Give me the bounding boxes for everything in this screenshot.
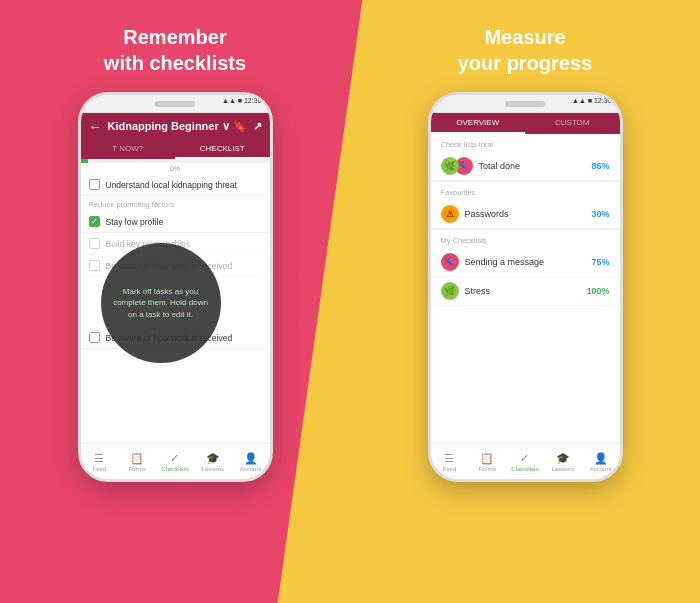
phone-notch-bar-right <box>505 101 545 107</box>
tooltip-text: Mark off tasks as you complete them. Hol… <box>101 274 221 332</box>
nav-feed-label-right: Feed <box>443 466 457 472</box>
nav-account-right[interactable]: 👤 Account <box>582 444 620 479</box>
checklists-icon: ✓ <box>170 452 179 465</box>
checkbox-5[interactable] <box>89 332 100 343</box>
nav-forms-label-right: Forms <box>479 466 496 472</box>
phone-notch-bar <box>155 101 195 107</box>
header-icons: 🔖 ↗ <box>233 120 262 133</box>
nav-forms-right[interactable]: 📋 Forms <box>468 444 506 479</box>
phone-bottom-nav-left: ☰ Feed 📋 Forms ✓ Checklists 🎓 Lessons 👤 … <box>81 443 270 479</box>
tooltip-overlay: Mark off tasks as you complete them. Hol… <box>101 243 221 363</box>
phone-tabs-left: T NOW? CHECKLIST <box>81 140 270 159</box>
nav-account-left[interactable]: 👤 Account <box>232 444 270 479</box>
circle-red-2: 🌂 <box>441 253 459 271</box>
nav-feed-left[interactable]: ☰ Feed <box>81 444 119 479</box>
tab-checklist[interactable]: CHECKLIST <box>175 140 270 159</box>
phone-notch-left: ▲▲ ■ 12:30 <box>81 95 270 113</box>
nav-checklists-left[interactable]: ✓ Checklists <box>156 444 194 479</box>
checklist-item-2[interactable]: ✓ Stay low profile <box>81 211 270 233</box>
feed-icon: ☰ <box>94 452 104 465</box>
nav-lessons-label: Lessons <box>202 466 224 472</box>
nav-lessons-label-right: Lessons <box>552 466 574 472</box>
checklist-label-2: Stay low profile <box>106 217 164 227</box>
nav-account-label: Account <box>240 466 262 472</box>
circle-green-1: 🌿 <box>441 157 459 175</box>
section-label-1: Reduce promoting factors <box>81 196 270 211</box>
phone-header-left: ← Kidnapping Beginner ∨ 🔖 ↗ <box>81 113 270 140</box>
message-icons: 🌂 <box>441 253 459 271</box>
right-phone: ▲▲ ■ 12:30 OVERVIEW CUSTOM Check lists t… <box>428 92 623 482</box>
progress-label: 0% <box>81 163 270 174</box>
message-label: Sending a message <box>465 257 586 267</box>
checkbox-3[interactable] <box>89 238 100 249</box>
feed-icon-right: ☰ <box>444 452 454 465</box>
circle-orange-1: ⚠ <box>441 205 459 223</box>
section-title-total: Check lists total <box>431 134 620 152</box>
passwords-pct: 30% <box>591 209 609 219</box>
progress-item-message[interactable]: 🌂 Sending a message 75% <box>431 248 620 277</box>
stress-icons: 🌿 <box>441 282 459 300</box>
total-pct: 86% <box>591 161 609 171</box>
nav-checklists-right[interactable]: ✓ Checklists <box>506 444 544 479</box>
phone-progress-content: Check lists total 🌿 🌂 Total done 86% Fav… <box>431 134 620 443</box>
tab-overview[interactable]: OVERVIEW <box>431 113 526 134</box>
passwords-icons: ⚠ <box>441 205 459 223</box>
phone-tabs-right: OVERVIEW CUSTOM <box>431 113 620 134</box>
nav-lessons-right[interactable]: 🎓 Lessons <box>544 444 582 479</box>
nav-account-label-right: Account <box>590 466 612 472</box>
checkbox-4[interactable] <box>89 260 100 271</box>
nav-forms-left[interactable]: 📋 Forms <box>118 444 156 479</box>
progress-bar-container <box>81 159 270 163</box>
phone-status-right: ▲▲ ■ 12:30 <box>572 97 612 104</box>
left-phone: ▲▲ ■ 12:30 ← Kidnapping Beginner ∨ 🔖 ↗ T… <box>78 92 273 482</box>
right-panel: Measure your progress ▲▲ ■ 12:30 OVERVIE… <box>350 0 700 603</box>
lessons-icon: 🎓 <box>206 452 220 465</box>
checklists-icon-right: ✓ <box>520 452 529 465</box>
passwords-label: Passwords <box>465 209 586 219</box>
nav-lessons-left[interactable]: 🎓 Lessons <box>194 444 232 479</box>
progress-bar-fill <box>81 159 89 163</box>
checklist-label-1: Understand local kidnapping threat <box>106 180 237 190</box>
phone-status-left: ▲▲ ■ 12:30 <box>222 97 262 104</box>
share-icon[interactable]: ↗ <box>253 120 262 133</box>
stress-pct: 100% <box>586 286 609 296</box>
section-title-mychecklists: My Checklists <box>431 230 620 248</box>
right-panel-title: Measure your progress <box>458 24 592 76</box>
account-icon: 👤 <box>244 452 258 465</box>
phone-checklist-content: Understand local kidnapping threat Reduc… <box>81 174 270 443</box>
nav-checklists-label: Checklists <box>161 466 188 472</box>
stress-label: Stress <box>465 286 581 296</box>
section-title-favourites: Favourites <box>431 182 620 200</box>
checkbox-2[interactable]: ✓ <box>89 216 100 227</box>
phone-notch-right: ▲▲ ■ 12:30 <box>431 95 620 113</box>
phone-bottom-nav-right: ☰ Feed 📋 Forms ✓ Checklists 🎓 Lessons 👤 … <box>431 443 620 479</box>
message-pct: 75% <box>591 257 609 267</box>
left-panel-title: Remember with checklists <box>104 24 246 76</box>
progress-item-passwords[interactable]: ⚠ Passwords 30% <box>431 200 620 229</box>
bookmark-icon[interactable]: 🔖 <box>233 120 247 133</box>
forms-icon-right: 📋 <box>480 452 494 465</box>
circle-green-2: 🌿 <box>441 282 459 300</box>
nav-forms-label: Forms <box>129 466 146 472</box>
nav-feed-label: Feed <box>93 466 107 472</box>
progress-item-total[interactable]: 🌿 🌂 Total done 86% <box>431 152 620 181</box>
total-icons: 🌿 🌂 <box>441 157 473 175</box>
forms-icon: 📋 <box>130 452 144 465</box>
checkbox-1[interactable] <box>89 179 100 190</box>
back-arrow-icon[interactable]: ← <box>89 119 102 134</box>
lessons-icon-right: 🎓 <box>556 452 570 465</box>
nav-checklists-label-right: Checklists <box>511 466 538 472</box>
account-icon-right: 👤 <box>594 452 608 465</box>
tab-custom[interactable]: CUSTOM <box>525 113 620 134</box>
checklist-item-1[interactable]: Understand local kidnapping threat <box>81 174 270 196</box>
nav-feed-right[interactable]: ☰ Feed <box>431 444 469 479</box>
phone-app-title: Kidnapping Beginner ∨ <box>108 120 233 133</box>
tab-now[interactable]: T NOW? <box>81 140 176 159</box>
total-label: Total done <box>479 161 586 171</box>
progress-item-stress[interactable]: 🌿 Stress 100% <box>431 277 620 306</box>
